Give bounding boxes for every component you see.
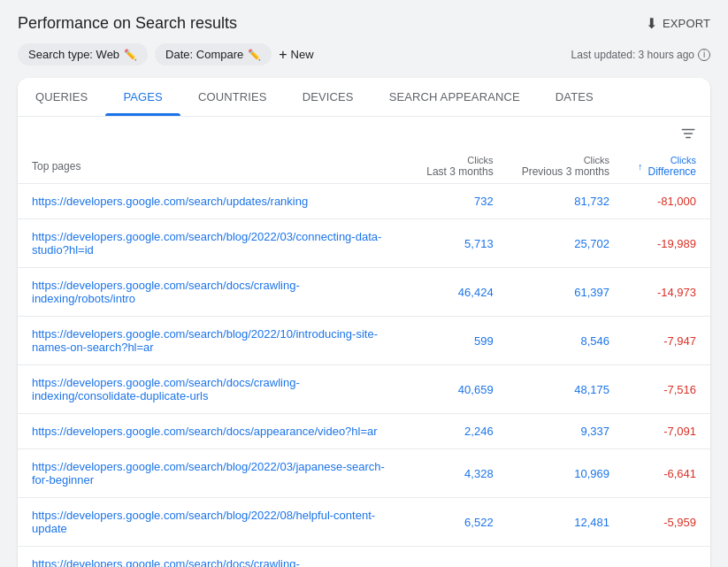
table-row: https://developers.google.com/search/upd… (18, 184, 710, 219)
add-new-button[interactable]: + New (279, 47, 313, 63)
col-clicks-last-label: Clicks (426, 155, 493, 165)
cell-clicks-prev: 48,175 (508, 365, 624, 414)
col-header-url: Top pages (18, 149, 412, 184)
cell-diff: -5,952 (624, 547, 710, 568)
cell-clicks-last: 31,351 (412, 547, 507, 568)
col-clicks-prev-sub: Previous 3 months (522, 165, 609, 178)
cell-diff: -14,973 (624, 268, 710, 317)
cell-clicks-last: 5,713 (412, 219, 507, 268)
add-new-label: New (291, 48, 314, 61)
export-label: EXPORT (663, 17, 710, 30)
tab-pages[interactable]: PAGES (105, 78, 180, 116)
tab-devices[interactable]: DEVICES (285, 78, 372, 116)
cell-clicks-prev: 61,397 (508, 268, 624, 317)
page-title: Performance on Search results (18, 14, 237, 33)
col-header-diff: ↑ Clicks Difference (624, 149, 710, 184)
pencil-icon-date: ✏️ (248, 49, 261, 61)
cell-url[interactable]: https://developers.google.com/search/blo… (18, 498, 412, 547)
last-updated-text: Last updated: 3 hours ago (571, 49, 694, 61)
filter-icon-button[interactable] (680, 126, 696, 146)
col-diff-sub: Difference (648, 165, 696, 178)
cell-clicks-prev: 9,337 (508, 414, 624, 449)
search-type-label: Search type: Web (28, 48, 119, 61)
main-card: QUERIES PAGES COUNTRIES DEVICES SEARCH A… (18, 78, 710, 567)
cell-clicks-prev: 25,702 (508, 219, 624, 268)
cell-diff: -6,641 (624, 449, 710, 498)
export-button[interactable]: ⬇ EXPORT (646, 15, 710, 32)
table-controls (18, 117, 710, 149)
cell-diff: -19,989 (624, 219, 710, 268)
data-table: Top pages Clicks Last 3 months Clicks Pr… (18, 149, 710, 567)
cell-clicks-prev: 12,481 (508, 498, 624, 547)
col-header-clicks-last: Clicks Last 3 months (412, 149, 507, 184)
cell-diff: -7,091 (624, 414, 710, 449)
cell-clicks-prev: 10,969 (508, 449, 624, 498)
cell-clicks-prev: 37,303 (508, 547, 624, 568)
table-row: https://developers.google.com/search/blo… (18, 219, 710, 268)
cell-url[interactable]: https://developers.google.com/search/doc… (18, 268, 412, 317)
table-row: https://developers.google.com/search/doc… (18, 547, 710, 568)
cell-url[interactable]: https://developers.google.com/search/blo… (18, 317, 412, 365)
tab-countries[interactable]: COUNTRIES (180, 78, 285, 116)
date-label: Date: Compare (165, 48, 243, 61)
table-row: https://developers.google.com/search/blo… (18, 449, 710, 498)
cell-clicks-last: 6,522 (412, 498, 507, 547)
sort-arrow-icon: ↑ (638, 161, 643, 172)
cell-url[interactable]: https://developers.google.com/search/doc… (18, 547, 412, 568)
table-row: https://developers.google.com/search/doc… (18, 268, 710, 317)
download-icon: ⬇ (646, 15, 657, 32)
tabs-row: QUERIES PAGES COUNTRIES DEVICES SEARCH A… (18, 78, 710, 117)
cell-clicks-last: 46,424 (412, 268, 507, 317)
date-filter[interactable]: Date: Compare ✏️ (155, 43, 272, 65)
cell-url[interactable]: https://developers.google.com/search/blo… (18, 449, 412, 498)
last-updated: Last updated: 3 hours ago i (571, 49, 710, 61)
pencil-icon: ✏️ (124, 49, 137, 61)
cell-clicks-prev: 81,732 (508, 184, 624, 219)
cell-url[interactable]: https://developers.google.com/search/blo… (18, 219, 412, 268)
table-row: https://developers.google.com/search/doc… (18, 414, 710, 449)
table-row: https://developers.google.com/search/blo… (18, 498, 710, 547)
cell-diff: -5,959 (624, 498, 710, 547)
col-diff-label: Clicks (648, 155, 696, 165)
cell-diff: -7,947 (624, 317, 710, 365)
cell-diff: -81,000 (624, 184, 710, 219)
table-row: https://developers.google.com/search/blo… (18, 317, 710, 365)
cell-clicks-last: 732 (412, 184, 507, 219)
filters-row: Search type: Web ✏️ Date: Compare ✏️ + N… (18, 43, 710, 65)
col-clicks-prev-label: Clicks (522, 155, 609, 165)
cell-clicks-prev: 8,546 (508, 317, 624, 365)
col-header-clicks-prev: Clicks Previous 3 months (508, 149, 624, 184)
cell-diff: -7,516 (624, 365, 710, 414)
col-clicks-last-sub: Last 3 months (426, 165, 493, 178)
tab-search-appearance[interactable]: SEARCH APPEARANCE (372, 78, 538, 116)
cell-clicks-last: 2,246 (412, 414, 507, 449)
table-row: https://developers.google.com/search/doc… (18, 365, 710, 414)
search-type-filter[interactable]: Search type: Web ✏️ (18, 43, 148, 65)
tab-queries[interactable]: QUERIES (18, 78, 105, 116)
plus-icon: + (279, 47, 287, 63)
cell-clicks-last: 599 (412, 317, 507, 365)
cell-url[interactable]: https://developers.google.com/search/doc… (18, 414, 412, 449)
cell-url[interactable]: https://developers.google.com/search/doc… (18, 365, 412, 414)
cell-clicks-last: 4,328 (412, 449, 507, 498)
tab-dates[interactable]: DATES (538, 78, 611, 116)
col-url-label: Top pages (32, 160, 80, 172)
cell-clicks-last: 40,659 (412, 365, 507, 414)
cell-url[interactable]: https://developers.google.com/search/upd… (18, 184, 412, 219)
info-icon[interactable]: i (698, 49, 710, 61)
filters-left: Search type: Web ✏️ Date: Compare ✏️ + N… (18, 43, 314, 65)
